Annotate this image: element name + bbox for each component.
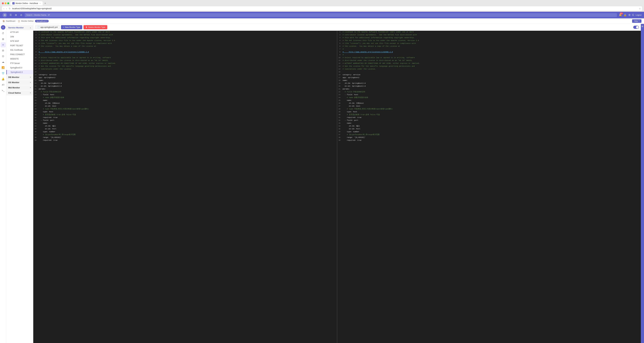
file-icon: 📄 <box>37 26 40 28</box>
line-text: # WITHOUT WARRANTIES OR CONDITIONS OF AN… <box>38 62 337 65</box>
line-number: 4 <box>33 39 38 42</box>
line-text: en-US: SpringBoot2.0 <box>38 85 337 88</box>
sidebar-item-springboot3[interactable]: SpringBoot3.0 <box>6 65 33 70</box>
code-line: 29 type: host <box>33 110 337 113</box>
maximize-button[interactable] <box>7 2 9 4</box>
settings-sidebar[interactable]: ⚙ <box>641 24 644 343</box>
breadcrumb-dashboard[interactable]: DashBoard <box>6 20 15 22</box>
docs-icon[interactable]: ⊘ <box>20 13 23 17</box>
sidebar-icon-layout[interactable]: ⊡ <box>1 54 6 59</box>
sidebar-icon-cloud[interactable]: ☁ <box>1 59 6 64</box>
menu-icon[interactable]: ☰ <box>9 13 12 17</box>
db-monitor-header[interactable]: DB Monitor ▼ <box>6 75 33 80</box>
code-line: 19 zh-CN: SpringBoot2.0 <box>337 82 641 85</box>
close-button[interactable] <box>2 2 4 4</box>
sidebar-icon-wifi[interactable]: 📶 <box>1 65 6 70</box>
code-line: 3 # this work for additional information… <box>33 36 337 39</box>
line-text: # distributed under the License is distr… <box>342 59 641 62</box>
editor-left[interactable]: 1 # Licensed to the Apache Software Foun… <box>33 31 337 343</box>
settings-icon[interactable]: ⚙ <box>628 13 630 16</box>
file-button[interactable]: 📄 app-springboot2.yml <box>35 25 60 29</box>
sidebar-item-springboot2[interactable]: SpringBoot2.0 <box>6 70 33 74</box>
editor-right[interactable]: 1 # Licensed to the Apache Software Foun… <box>337 31 641 343</box>
code-line: 11 # distributed under the License is di… <box>337 59 641 62</box>
line-text: # Licensed to the Apache Software Founda… <box>38 31 337 33</box>
sidebar-item-jvm[interactable]: JVM <box>6 34 33 39</box>
line-number: 20 <box>337 85 342 88</box>
refresh-button[interactable]: ↻ <box>8 7 11 10</box>
back-button[interactable]: ‹ <box>3 7 4 10</box>
code-line: 20 en-US: SpringBoot2.0 <box>337 85 641 88</box>
minimize-button[interactable] <box>4 2 6 4</box>
sidebar-icon-grid[interactable]: ⊟ <box>1 48 6 53</box>
logout-button[interactable]: Logout <box>636 14 642 16</box>
github-icon[interactable]: ⊕ <box>14 13 18 17</box>
app-logo[interactable]: H <box>2 13 7 17</box>
os-monitor-header[interactable]: OS Monitor ▼ <box>6 80 33 85</box>
line-number: 35 <box>337 128 342 130</box>
code-line: 22 # field-字段名称标识符 <box>337 91 641 93</box>
sidebar-icon-list[interactable]: ≡ <box>1 42 6 47</box>
new-monitor-button[interactable]: + New Monitor Type <box>61 25 82 29</box>
google-icon[interactable]: G <box>632 14 634 16</box>
sidebar-item-http-api[interactable]: HTTP API <box>6 30 33 34</box>
help-button[interactable]: Help ? <box>632 19 642 23</box>
tab-close-button[interactable]: × <box>40 2 40 4</box>
line-number: 1 <box>33 31 38 33</box>
search-input[interactable] <box>25 13 617 17</box>
forward-button[interactable]: › <box>6 7 7 10</box>
notification-button[interactable]: 🔔 99+ <box>619 13 622 16</box>
service-monitor-header[interactable]: Service Monitor ▲ <box>6 25 33 30</box>
code-line: 32 - field: port <box>337 119 641 122</box>
line-number: 27 <box>337 105 342 108</box>
code-line: 17 app: springboot2 <box>337 76 641 79</box>
line-text: zh-CN: SpringBoot2.0 <box>342 82 641 85</box>
code-line: 8 # http://www.apache.org/licenses/LICEN… <box>337 51 641 53</box>
sidebar-item-ping[interactable]: PING CONNECT <box>6 52 33 57</box>
line-number: 9 <box>33 53 38 56</box>
sidebar-icon-terminal[interactable]: >_ <box>1 88 6 93</box>
code-line: 22 # field-字段名称标识符 <box>33 91 337 93</box>
sidebar-item-site-map[interactable]: SITE MAP <box>6 39 33 43</box>
code-line: 1 # Licensed to the Apache Software Foun… <box>33 31 337 33</box>
line-text: # type-字段类型,样式(大部分映射input标签type属性) <box>342 108 641 110</box>
line-number: 19 <box>337 82 342 85</box>
content-area: 📄 app-springboot2.yml + New Monitor Type… <box>33 24 641 343</box>
line-text: type: host <box>38 110 337 113</box>
sidebar-item-port-telnet[interactable]: PORT TELNET <box>6 43 33 48</box>
browser-tab[interactable]: H Monitor Define - HertzBeat × <box>10 1 43 5</box>
sidebar-icon-bell[interactable]: 🔔 <box>1 76 6 81</box>
line-text: type: host <box>342 110 641 113</box>
db-monitor-label: DB Monitor <box>8 76 19 78</box>
code-line: 16 category: service <box>337 73 641 76</box>
user-avatar[interactable]: U <box>1 25 6 30</box>
mid-monitor-header[interactable]: Mid Monitor ▼ <box>6 85 33 90</box>
line-text: en-US: SpringBoot2.0 <box>342 85 641 88</box>
sidebar-icon-tag[interactable]: 🏷 <box>1 82 6 87</box>
code-line: 19 zh-CN: SpringBoot2.0 <box>33 82 337 85</box>
line-text: # limitations under the License. <box>38 68 337 71</box>
sidebar-icon-dashboard[interactable]: ⊞ <box>1 36 6 42</box>
enable-toggle[interactable] <box>633 26 639 29</box>
cloud-native-header[interactable]: Cloud Native ▼ <box>6 90 33 95</box>
line-number: 9 <box>337 53 342 56</box>
line-text: # Unless required by applicable law or a… <box>38 56 337 59</box>
line-number: 18 <box>337 79 342 82</box>
sidebar-item-ftp[interactable]: FTP Server <box>6 61 33 65</box>
sidebar-icon-monitor[interactable]: ⏱ <box>1 31 6 36</box>
bookmark-icon[interactable]: ☆ <box>639 7 641 10</box>
code-line: 34 zh-CN: 端口 <box>33 125 337 128</box>
sidebar-item-ssl[interactable]: SSL Certificate <box>6 48 33 52</box>
code-line: 27 en-US: Host <box>337 105 641 108</box>
sidebar-icon-shirt[interactable]: 👕 <box>1 71 6 76</box>
code-line: 39 required: true <box>337 139 641 142</box>
breadcrumb-monitor-define[interactable]: Monitor Define <box>21 20 34 22</box>
new-tab-button[interactable]: + <box>44 2 46 5</box>
line-number: 7 <box>337 48 342 51</box>
line-number: 36 <box>337 130 342 133</box>
sidebar-item-website[interactable]: WEBSITE <box>6 57 33 61</box>
delete-monitor-button[interactable]: 🗑 Delete Monitor Type <box>84 25 107 29</box>
lock-icon[interactable]: 🔒 <box>624 13 627 16</box>
line-number: 26 <box>33 102 38 105</box>
url-display[interactable]: localhost:4200/setting/define?app=spring… <box>12 7 638 10</box>
